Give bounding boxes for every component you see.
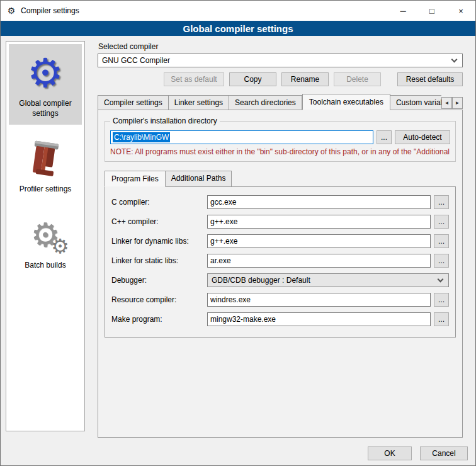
window-controls: ─ □ × (388, 1, 475, 21)
sidebar-item-profiler-settings[interactable]: Profiler settings (9, 130, 82, 201)
tab-compiler-settings[interactable]: Compiler settings (98, 95, 169, 110)
compiler-select[interactable]: GNU GCC Compiler (98, 54, 463, 67)
chevron-down-icon (438, 276, 444, 283)
installation-directory-browse-button[interactable]: ... (377, 130, 392, 144)
cancel-button[interactable]: Cancel (420, 446, 468, 460)
c-compiler-label: C compiler: (111, 198, 207, 207)
window-icon: ⚙ (6, 6, 16, 16)
titlebar: ⚙ Compiler settings ─ □ × (1, 1, 475, 21)
tab-scroll-right-icon[interactable]: ► (452, 97, 463, 109)
set-as-default-button: Set as default (164, 72, 224, 86)
window-title: Compiler settings (21, 6, 79, 15)
installation-directory-groupbox: Compiler's installation directory C:\ray… (105, 121, 456, 162)
tab-custom-variables[interactable]: Custom variables (390, 95, 441, 110)
installation-directory-value: C:\raylib\MinGW (113, 132, 170, 142)
compiler-select-value: GNU GCC Compiler (102, 56, 170, 65)
settings-category-list: ⚙ Global compiler settings (6, 41, 85, 431)
compiler-actions: Set as default Copy Rename Delete Reset … (98, 72, 463, 86)
installation-directory-legend: Compiler's installation directory (110, 116, 220, 125)
debugger-select-value: GDB/CDB debugger : Default (212, 276, 310, 285)
c-compiler-row: C compiler: ... (111, 195, 449, 209)
subtab-program-files[interactable]: Program Files (105, 171, 166, 187)
delete-button: Delete (334, 72, 381, 86)
profiler-icon (10, 135, 81, 183)
dialog-header: Global compiler settings (1, 21, 475, 36)
subtab-additional-paths[interactable]: Additional Paths (166, 171, 232, 187)
sidebar-item-global-compiler-settings[interactable]: ⚙ Global compiler settings (9, 44, 82, 125)
c-compiler-input[interactable] (207, 195, 431, 209)
tab-scroll-left-icon[interactable]: ◄ (441, 97, 452, 109)
rename-button[interactable]: Rename (281, 72, 329, 86)
cpp-compiler-browse-button[interactable]: ... (434, 215, 449, 229)
ok-button[interactable]: OK (368, 446, 412, 460)
selected-compiler-label: Selected compiler (98, 42, 463, 51)
static-linker-input[interactable] (207, 254, 431, 268)
resource-compiler-label: Resource compiler: (111, 295, 207, 304)
static-linker-row: Linker for static libs: ... (111, 254, 449, 268)
c-compiler-browse-button[interactable]: ... (434, 195, 449, 209)
installation-directory-input[interactable]: C:\raylib\MinGW (110, 130, 373, 144)
close-button[interactable]: × (446, 1, 475, 21)
toolchain-executables-page: Compiler's installation directory C:\ray… (98, 110, 463, 438)
debugger-row: Debugger: GDB/CDB debugger : Default (111, 273, 449, 287)
maximize-button[interactable]: □ (417, 1, 446, 21)
main-panel: Selected compiler GNU GCC Compiler Set a… (91, 41, 470, 438)
reset-defaults-button[interactable]: Reset defaults (397, 72, 463, 86)
chevron-down-icon (451, 57, 458, 63)
program-files-tabbar: Program Files Additional Paths (105, 171, 456, 187)
sidebar-item-label: Global compiler settings (10, 99, 81, 118)
dynamic-linker-label: Linker for dynamic libs: (111, 237, 207, 246)
debugger-label: Debugger: (111, 276, 207, 285)
dialog-body: ⚙ Global compiler settings (1, 36, 475, 441)
program-files-panel: C compiler: ... C++ compiler: ... Linker… (105, 186, 456, 338)
blue-gear-icon: ⚙ (10, 49, 81, 97)
gray-gears-icon: ⚙ ⚙ (10, 211, 81, 259)
debugger-select[interactable]: GDB/CDB debugger : Default (207, 273, 449, 287)
tabs-strip: Compiler settings Linker settings Search… (98, 94, 441, 110)
tab-toolchain-executables[interactable]: Toolchain executables (302, 94, 390, 110)
resource-compiler-input[interactable] (207, 293, 431, 307)
cpp-compiler-label: C++ compiler: (111, 217, 207, 226)
auto-detect-button[interactable]: Auto-detect (395, 130, 450, 144)
tab-search-directories[interactable]: Search directories (229, 95, 302, 110)
static-linker-browse-button[interactable]: ... (434, 254, 449, 268)
make-program-input[interactable] (207, 312, 431, 326)
sidebar-item-label: Profiler settings (20, 185, 72, 195)
dialog-header-title: Global compiler settings (183, 23, 293, 34)
dynamic-linker-browse-button[interactable]: ... (434, 234, 449, 248)
installation-note: NOTE: All programs must exist either in … (110, 147, 450, 156)
make-program-browse-button[interactable]: ... (434, 312, 449, 326)
static-linker-label: Linker for static libs: (111, 256, 207, 265)
resource-compiler-row: Resource compiler: ... (111, 293, 449, 307)
dynamic-linker-input[interactable] (207, 234, 431, 248)
dialog-footer: OK Cancel (1, 441, 475, 465)
resource-compiler-browse-button[interactable]: ... (434, 293, 449, 307)
settings-tabbar: Compiler settings Linker settings Search… (98, 94, 463, 110)
make-program-label: Make program: (111, 315, 207, 324)
make-program-row: Make program: ... (111, 312, 449, 326)
tab-linker-settings[interactable]: Linker settings (169, 95, 229, 110)
tab-scroll-buttons: ◄ ► (441, 97, 463, 109)
copy-button[interactable]: Copy (229, 72, 276, 86)
dynamic-linker-row: Linker for dynamic libs: ... (111, 234, 449, 248)
sidebar-item-label: Batch builds (25, 261, 65, 271)
sidebar-item-batch-builds[interactable]: ⚙ ⚙ Batch builds (9, 206, 82, 277)
cpp-compiler-input[interactable] (207, 215, 431, 229)
compiler-settings-window: ⚙ Compiler settings ─ □ × Global compile… (0, 0, 476, 466)
minimize-button[interactable]: ─ (388, 1, 417, 21)
installation-directory-row: C:\raylib\MinGW ... Auto-detect (110, 130, 450, 144)
cpp-compiler-row: C++ compiler: ... (111, 215, 449, 229)
